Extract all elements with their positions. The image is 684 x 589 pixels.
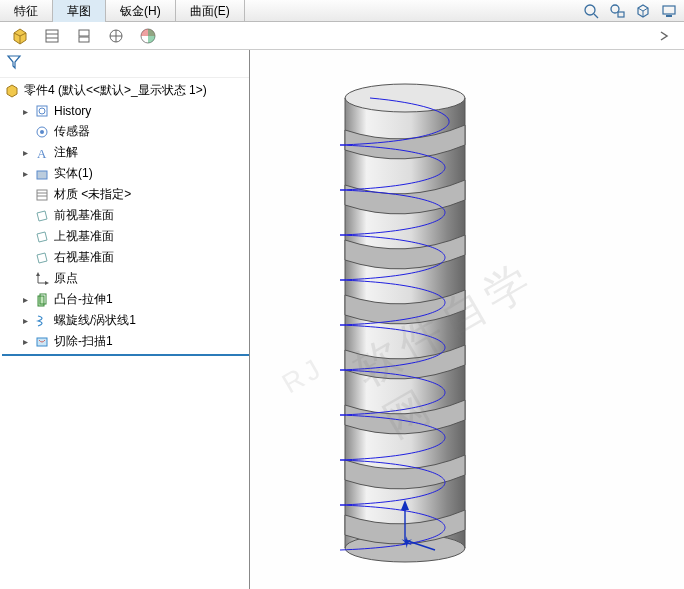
expander-icon[interactable]: ▸ [20, 106, 30, 116]
history-icon [34, 103, 50, 119]
tree-sensors-label: 传感器 [54, 123, 90, 140]
svg-point-27 [40, 130, 44, 134]
feature-tree: 零件4 (默认<<默认>_显示状态 1>) ▸ History 传感器 ▸ [0, 78, 249, 366]
plane-icon [34, 229, 50, 245]
expander-icon[interactable]: ▸ [20, 169, 30, 179]
tree-cut-sweep[interactable]: ▸ 切除-扫描1 [2, 331, 249, 352]
tree-cut-sweep-label: 切除-扫描1 [54, 333, 113, 350]
solids-icon [34, 166, 50, 182]
svg-rect-30 [37, 190, 47, 200]
zoom-area-icon[interactable] [608, 2, 626, 20]
tree-helix-label: 螺旋线/涡状线1 [54, 312, 136, 329]
rollback-bar[interactable] [2, 354, 249, 356]
svg-point-41 [345, 84, 465, 112]
svg-rect-14 [46, 30, 58, 42]
tree-top-plane[interactable]: 上视基准面 [2, 226, 249, 247]
graphics-viewport[interactable]: ✶ 软件自学网 RJ [250, 50, 684, 589]
svg-marker-35 [36, 272, 40, 276]
tree-front-plane[interactable]: 前视基准面 [2, 205, 249, 226]
expander-icon[interactable]: ▸ [20, 295, 30, 305]
svg-rect-3 [618, 12, 624, 17]
zoom-fit-icon[interactable] [582, 2, 600, 20]
display-manager-tab[interactable] [132, 24, 164, 48]
tree-origin[interactable]: 原点 [2, 268, 249, 289]
display-icon[interactable] [660, 2, 678, 20]
tree-boss-extrude[interactable]: ▸ 凸台-拉伸1 [2, 289, 249, 310]
tab-sketch[interactable]: 草图 [53, 0, 106, 22]
tree-root-label: 零件4 (默认<<默认>_显示状态 1>) [24, 82, 207, 99]
tree-annotations-label: 注解 [54, 144, 78, 161]
filter-row [0, 50, 249, 78]
svg-point-25 [39, 108, 45, 114]
configuration-manager-tab[interactable] [68, 24, 100, 48]
material-icon [34, 187, 50, 203]
expander-icon[interactable]: ▸ [20, 316, 30, 326]
tree-top-plane-label: 上视基准面 [54, 228, 114, 245]
funnel-icon[interactable] [6, 54, 22, 70]
expander-icon[interactable]: ▸ [20, 148, 30, 158]
plane-icon [34, 208, 50, 224]
expander-icon[interactable]: ▸ [20, 337, 30, 347]
tree-solids-label: 实体(1) [54, 165, 93, 182]
part-icon [4, 83, 20, 99]
tree-front-plane-label: 前视基准面 [54, 207, 114, 224]
svg-marker-23 [7, 85, 17, 97]
feature-tree-panel[interactable]: 零件4 (默认<<默认>_显示状态 1>) ▸ History 传感器 ▸ [0, 50, 250, 589]
svg-line-6 [643, 8, 648, 11]
tree-history[interactable]: ▸ History [2, 101, 249, 121]
svg-rect-17 [79, 30, 89, 36]
svg-rect-29 [37, 171, 47, 179]
helix-icon [34, 313, 50, 329]
svg-rect-18 [79, 37, 89, 42]
property-manager-tab[interactable] [36, 24, 68, 48]
plane-icon [34, 250, 50, 266]
cut-sweep-icon [34, 334, 50, 350]
tree-annotations[interactable]: ▸ A 注解 [2, 142, 249, 163]
view-toolbar [582, 2, 678, 20]
tab-surface[interactable]: 曲面(E) [176, 0, 245, 22]
tree-right-plane-label: 右视基准面 [54, 249, 114, 266]
tree-material[interactable]: 材质 <未指定> [2, 184, 249, 205]
svg-line-5 [638, 8, 643, 11]
origin-icon [34, 271, 50, 287]
model-render: ✶ [250, 50, 684, 589]
svg-point-0 [585, 5, 595, 15]
cube-icon[interactable] [634, 2, 652, 20]
svg-marker-36 [45, 281, 49, 285]
tab-sheetmetal[interactable]: 钣金(H) [106, 0, 176, 22]
tree-origin-label: 原点 [54, 270, 78, 287]
tree-sensors[interactable]: 传感器 [2, 121, 249, 142]
extrude-icon [34, 292, 50, 308]
sensors-icon [34, 124, 50, 140]
feature-manager-tab[interactable] [4, 24, 36, 48]
svg-rect-9 [666, 15, 672, 17]
svg-text:✶: ✶ [400, 534, 413, 551]
tree-boss-extrude-label: 凸台-拉伸1 [54, 291, 113, 308]
annotations-icon: A [34, 145, 50, 161]
manager-pane-tabs [0, 22, 684, 50]
expand-pane-icon[interactable] [648, 24, 680, 48]
svg-line-1 [594, 14, 598, 18]
svg-rect-8 [663, 6, 675, 14]
svg-text:A: A [37, 146, 47, 161]
tree-material-label: 材质 <未指定> [54, 186, 131, 203]
tab-feature[interactable]: 特征 [0, 0, 53, 22]
tree-solids[interactable]: ▸ 实体(1) [2, 163, 249, 184]
tree-history-label: History [54, 104, 91, 118]
command-manager-tabs: 特征 草图 钣金(H) 曲面(E) [0, 0, 684, 22]
dimxpert-manager-tab[interactable] [100, 24, 132, 48]
tree-root[interactable]: 零件4 (默认<<默认>_显示状态 1>) [2, 80, 249, 101]
tree-right-plane[interactable]: 右视基准面 [2, 247, 249, 268]
tree-helix[interactable]: ▸ 螺旋线/涡状线1 [2, 310, 249, 331]
